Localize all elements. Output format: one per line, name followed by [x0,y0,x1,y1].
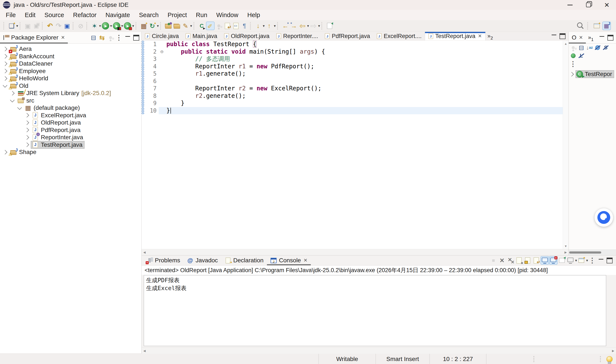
expand-chevron-icon[interactable] [25,113,29,117]
new-wizard-button[interactable] [7,22,16,30]
tree-item-content[interactable]: JRE System Library[jdk-25.0.2] [16,90,113,97]
dropdown-arrow-icon[interactable]: ▾ [16,24,18,28]
editor-tab-testreport-java[interactable]: JTestReport.java✕ [425,32,485,40]
menu-window[interactable]: Window [212,10,243,20]
view-menu-button[interactable] [115,33,123,42]
show-selected-element-button[interactable] [232,22,240,30]
tab-javadoc[interactable]: Javadoc [183,256,221,265]
dropdown-arrow-icon[interactable]: ▾ [132,24,134,28]
expand-chevron-icon[interactable] [25,120,29,125]
console-horizontal-scrollbar[interactable]: ◀▶ [142,348,616,354]
notifications-lightbulb-icon[interactable] [606,356,613,362]
menu-run[interactable]: Run [192,10,212,20]
tab-package-explorer[interactable]: Package Explorer ✕ [0,32,68,43]
link-with-editor-button[interactable] [223,22,232,30]
expand-chevron-icon[interactable] [3,54,7,59]
debug-button[interactable] [90,22,99,30]
coverage-button[interactable] [113,22,120,29]
dropdown-arrow-icon[interactable]: ▾ [575,258,577,263]
code-line-1[interactable]: 1public class TestReport { [142,40,569,48]
collapse-chevron-icon[interactable] [3,83,7,88]
close-icon[interactable]: ✕ [303,258,307,263]
tree-item-aera[interactable]: J✕Aera [0,45,141,53]
dropdown-arrow-icon[interactable]: ▾ [307,24,309,28]
minimize-button[interactable] [123,33,132,42]
maximize-editor-button[interactable] [558,32,567,40]
editor-horizontal-scrollbar[interactable]: ◀▶ [142,249,569,255]
tree-item-bankaccount[interactable]: J⚠BankAccount [0,53,141,60]
code-line-4[interactable]: 4 ReportInter r1 = new PdfReport(); [142,63,569,70]
clear-console-button[interactable] [515,256,523,265]
tree-item-content[interactable]: J✕Aera [9,45,33,52]
open-type-button[interactable] [164,22,173,30]
menu-navigate[interactable]: Navigate [101,10,134,20]
close-icon[interactable]: ✕ [478,33,482,39]
sort-button[interactable] [585,44,594,52]
outline-item-testreport[interactable]: C▶ TestRepor [576,70,614,78]
tab-problems[interactable]: Problems [143,256,183,265]
tree-item-employee[interactable]: J⚠Employee [0,67,141,75]
tree-item-pdfreport-java[interactable]: JPdfReport.java [0,127,141,134]
dropdown-arrow-icon[interactable]: ▾ [121,24,123,28]
show-on-stderr-button[interactable]: ✕ [549,256,558,265]
show-on-stdout-button[interactable] [540,256,549,265]
editor-tab-pdfreport-java[interactable]: JPdfReport.java [321,32,373,40]
code-line-5[interactable]: 5 r1.generate(); [142,70,569,78]
pin-console-button[interactable] [558,256,566,265]
tree-item-helloworld[interactable]: J⚠HelloWorld [0,75,141,82]
open-console-button[interactable] [577,256,586,265]
open-perspective-button[interactable] [592,22,601,30]
tree-item-excelreport-java[interactable]: JExcelReport.java [0,112,141,119]
word-wrap-button[interactable] [532,256,540,265]
java-perspective-button[interactable] [602,22,611,30]
dropdown-arrow-icon[interactable]: ▾ [157,24,159,28]
scroll-right-icon[interactable]: ▶ [564,251,567,254]
minimize-window-button[interactable] [561,0,579,10]
dropdown-arrow-icon[interactable]: ▾ [190,24,192,28]
previous-annotation-button[interactable] [265,22,273,30]
tab-declaration[interactable]: Declaration [221,256,267,265]
menu-refactor[interactable]: Refactor [69,10,101,20]
code-line-3[interactable]: 3 // 多态调用 [142,55,569,63]
hide-static-members-button[interactable] [602,44,610,52]
expand-chevron-icon[interactable] [3,76,7,81]
close-icon[interactable]: ✕ [61,35,65,40]
profile-button[interactable] [124,22,131,29]
editor-tab-oldreport-java[interactable]: JOldReport.java [221,32,273,40]
editor-tab-reportinter-[interactable]: JReportInter.... [273,32,322,40]
tree-item-content[interactable]: JTestReport.java [31,141,84,148]
collapse-chevron-icon[interactable] [10,98,14,102]
scrollbar-thumb[interactable] [569,251,601,254]
next-edit-location-button[interactable] [290,22,298,30]
code-line-10[interactable]: 10} [142,107,569,115]
outline-horizontal-scrollbar[interactable] [569,249,616,255]
editor-vertical-scrollbar[interactable]: ▲▼ [563,40,569,249]
show-public-members-button[interactable] [569,52,577,60]
view-menu-button[interactable] [588,256,597,265]
scroll-right-icon[interactable]: ▶ [612,349,614,352]
minimize-outline-button[interactable] [598,33,606,42]
editor-tab-main-java[interactable]: JMain.java [182,32,221,40]
expand-chevron-icon[interactable] [25,143,29,147]
next-annotation-button[interactable] [254,22,262,30]
view-menu-button[interactable] [569,60,577,68]
tab-console[interactable]: Console✕ [267,256,311,265]
minimize-button[interactable] [597,256,605,265]
menu-project[interactable]: Project [163,10,192,20]
editor-tab-circle-java[interactable]: JCircle.java [142,32,182,40]
hide-fields-button[interactable] [594,44,602,52]
console-output[interactable]: 生成PDF报表生成Excel报表 [144,275,606,346]
expand-chevron-icon[interactable] [25,128,29,132]
maximize-outline-button[interactable] [606,33,615,42]
tree-item-content[interactable]: ▦src [16,97,36,104]
tree-item-content[interactable]: JOldReport.java [31,119,82,126]
back-button[interactable] [298,22,307,30]
collapse-all-button[interactable] [89,33,98,42]
new-java-project-button[interactable] [139,22,148,30]
remove-all-terminated-button[interactable] [506,256,515,265]
tree-item-old[interactable]: J⚠Old [0,82,141,90]
restore-window-button[interactable] [579,0,598,10]
undo-button[interactable] [46,22,54,30]
collapse-all-button[interactable] [577,44,585,52]
tree-item--default-package-[interactable]: ▦(default package) [0,104,141,112]
